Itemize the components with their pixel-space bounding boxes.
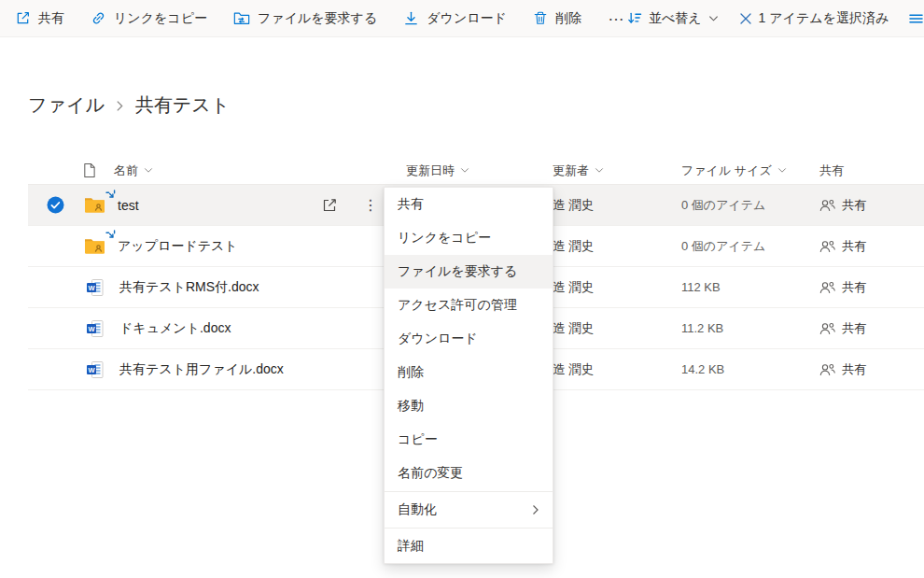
column-header-modified-by-label: 更新者: [553, 162, 589, 179]
file-name[interactable]: test: [118, 198, 139, 213]
request-files-icon: [233, 10, 250, 26]
download-button-label: ダウンロード: [427, 10, 507, 27]
copy-link-button[interactable]: リンクをコピー: [91, 10, 207, 27]
copy-link-button-label: リンクをコピー: [114, 10, 207, 27]
sharing-cell[interactable]: 共有: [819, 279, 924, 296]
word-file-icon: W: [86, 278, 108, 297]
name-cell: test ⋮: [82, 185, 406, 225]
command-bar-right: 並べ替え 1 アイテムを選択済み: [626, 10, 924, 27]
list-view-icon: [909, 13, 923, 24]
onedrive-file-browser: 共有 リンクをコピー ファイルを要求する ダウンロード: [0, 0, 924, 578]
breadcrumb: ファイル 共有テスト: [28, 92, 230, 118]
modified-by-cell: 造 潤史: [541, 361, 681, 378]
file-name[interactable]: アップロードテスト: [118, 238, 238, 255]
more-actions-icon[interactable]: ⋮: [363, 198, 378, 213]
menu-item-delete[interactable]: 削除: [385, 356, 553, 389]
view-switcher-button[interactable]: [909, 13, 924, 24]
row-checkbox-selected[interactable]: [28, 196, 82, 214]
chevron-right-icon: [532, 504, 539, 515]
name-cell: アップロードテスト: [82, 226, 406, 266]
sharing-label: 共有: [842, 320, 866, 337]
share-button[interactable]: 共有: [15, 10, 64, 27]
row-hover-actions: ⋮: [321, 185, 378, 225]
clear-selection-icon[interactable]: [739, 12, 752, 25]
sharing-cell[interactable]: 共有: [819, 320, 924, 337]
sharing-label: 共有: [842, 197, 866, 214]
delete-button-label: 削除: [555, 10, 581, 27]
chevron-right-icon: [116, 98, 124, 112]
breadcrumb-files[interactable]: ファイル: [28, 92, 105, 118]
menu-item-download[interactable]: ダウンロード: [385, 322, 553, 356]
column-header-sharing[interactable]: 共有: [819, 162, 924, 179]
check-circle-icon: [47, 196, 64, 214]
column-header-name-label: 名前: [114, 162, 138, 179]
item-context-menu: 共有 リンクをコピー ファイルを要求する アクセス許可の管理 ダウンロード 削除…: [384, 187, 553, 564]
name-cell: W 共有テストRMS付.docx: [82, 267, 406, 307]
name-cell: W ドキュメント.docx: [82, 308, 406, 348]
menu-item-move[interactable]: 移動: [385, 389, 553, 423]
word-file-icon: W: [86, 360, 108, 379]
word-file-icon: W: [86, 319, 108, 338]
modified-by-cell: 造 潤史: [541, 279, 681, 296]
request-files-button[interactable]: ファイルを要求する: [233, 10, 377, 27]
share-icon[interactable]: [321, 197, 338, 214]
file-list-header: 名前 更新日時 更新者 ファイル サイズ 共有: [28, 157, 924, 185]
sort-button[interactable]: 並べ替え: [626, 10, 719, 27]
menu-divider: [385, 491, 553, 492]
svg-text:W: W: [88, 365, 95, 374]
request-files-button-label: ファイルを要求する: [258, 10, 377, 27]
sharing-label: 共有: [842, 238, 866, 255]
name-cell: W 共有テスト用ファイル.docx: [82, 349, 406, 389]
file-name[interactable]: ドキュメント.docx: [119, 320, 231, 337]
sort-button-label: 並べ替え: [649, 10, 702, 27]
file-size-cell: 0 個のアイテム: [681, 238, 819, 255]
menu-item-copy[interactable]: コピー: [385, 423, 553, 457]
chevron-down-icon: [708, 15, 719, 22]
file-size-cell: 0 個のアイテム: [681, 197, 819, 214]
share-button-label: 共有: [38, 10, 64, 27]
column-header-sharing-label: 共有: [819, 162, 844, 179]
download-button[interactable]: ダウンロード: [403, 10, 507, 27]
file-size-cell: 112 KB: [681, 280, 819, 294]
menu-item-share[interactable]: 共有: [385, 188, 553, 221]
sharing-label: 共有: [842, 279, 866, 296]
menu-item-request-files[interactable]: ファイルを要求する: [385, 255, 553, 289]
column-header-modified-by[interactable]: 更新者: [541, 162, 681, 179]
shared-folder-icon: [84, 196, 106, 214]
menu-divider: [385, 528, 553, 529]
file-name[interactable]: 共有テストRMS付.docx: [119, 279, 259, 296]
file-name[interactable]: 共有テスト用ファイル.docx: [119, 361, 284, 378]
new-item-icon: [105, 230, 118, 242]
column-header-name[interactable]: 名前: [82, 162, 406, 179]
column-header-file-size[interactable]: ファイル サイズ: [681, 162, 819, 179]
sharing-label: 共有: [842, 361, 866, 378]
menu-item-rename[interactable]: 名前の変更: [385, 457, 553, 490]
modified-by-cell: 造 潤史: [541, 320, 681, 337]
file-size-cell: 11.2 KB: [681, 321, 819, 335]
people-icon: [819, 240, 835, 253]
more-icon: …: [608, 10, 626, 20]
new-item-icon: [105, 190, 118, 202]
copy-link-icon: [91, 10, 106, 26]
sharing-cell[interactable]: 共有: [819, 238, 924, 255]
more-commands-button[interactable]: …: [608, 10, 626, 27]
people-icon: [819, 281, 835, 294]
menu-item-copy-link[interactable]: リンクをコピー: [385, 221, 553, 255]
menu-item-details[interactable]: 詳細: [385, 529, 553, 563]
command-bar: 共有 リンクをコピー ファイルを要求する ダウンロード: [0, 0, 924, 37]
sharing-cell[interactable]: 共有: [819, 197, 924, 214]
modified-by-cell: 造 潤史: [541, 238, 681, 255]
menu-item-manage-access[interactable]: アクセス許可の管理: [385, 289, 553, 322]
svg-text:W: W: [88, 283, 95, 291]
delete-button[interactable]: 削除: [533, 10, 581, 27]
selection-status: 1 アイテムを選択済み: [739, 10, 889, 27]
column-header-modified-label: 更新日時: [406, 162, 455, 179]
people-icon: [819, 322, 835, 335]
people-icon: [819, 363, 835, 376]
file-size-cell: 14.2 KB: [681, 362, 819, 376]
menu-item-automate[interactable]: 自動化: [385, 493, 553, 527]
column-header-modified[interactable]: 更新日時: [406, 162, 541, 179]
sharing-cell[interactable]: 共有: [819, 361, 924, 378]
delete-icon: [533, 10, 548, 26]
svg-text:W: W: [88, 324, 95, 332]
